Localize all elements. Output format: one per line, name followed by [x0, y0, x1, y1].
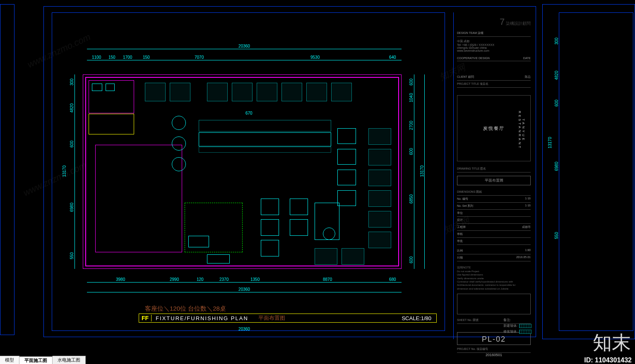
dimrow-v: 成都市	[522, 225, 531, 229]
dimensions-label: DIMENSIONS 圖紙	[457, 189, 531, 196]
drawing-scale: SCALE:1/80	[397, 315, 436, 321]
floor-plan[interactable]	[83, 74, 402, 269]
dim-line	[75, 74, 75, 269]
tab-mep[interactable]: 水电施工图	[53, 356, 86, 364]
design-team-row: DESIGN TEAM 柒構	[457, 30, 531, 37]
client-value: 陈总	[525, 75, 531, 79]
dim-right: 600	[409, 148, 414, 155]
dimrow-k: 设计	[457, 218, 463, 222]
dim-right: 13170	[420, 165, 424, 177]
dim-left: 600	[70, 141, 74, 148]
scale-v: 1:80	[525, 249, 531, 253]
note-line: Use figured dimensions	[457, 273, 531, 276]
legend-label: 新建墙体:	[503, 323, 517, 328]
asset-id: ID: 1104301432	[584, 357, 632, 364]
legend-label: 修改墙体:	[503, 329, 517, 334]
address-line: Tel: +86 / (0)28 / XXXXXXXX	[457, 43, 531, 46]
date-label: DATE	[523, 57, 531, 60]
dim-right: 1040	[409, 93, 414, 102]
legend-label: 备注:	[503, 318, 511, 322]
studio-logo: 7 柒構設計顧問	[457, 17, 531, 27]
project-name-en: TANYUE RESTANRANT	[518, 105, 525, 155]
dim-right2: 300	[554, 38, 559, 45]
dimrow-v: 1·16	[525, 204, 531, 208]
dim-bot-total: 20360	[232, 287, 257, 292]
tab-plan[interactable]: 平面施工图	[19, 356, 53, 364]
dim-bot-seg: 2990	[170, 277, 179, 282]
dim-bot-extra: 20360	[232, 327, 257, 331]
tab-model[interactable]: 模型	[0, 356, 19, 364]
project-name-box: 炭悦餐厅 TANYUE RESTANRANT	[457, 95, 531, 161]
dim-top-seg: 640	[389, 55, 396, 60]
project-number: 20160501	[457, 353, 531, 357]
note-line: Verify dimensions onsite	[457, 277, 531, 280]
title-block: 7 柒構設計顧問 DESIGN TEAM 柒構 中国.成都 Tel: +86 /…	[453, 12, 534, 339]
stamp-box	[457, 294, 531, 314]
dim-top-total: 20360	[232, 44, 257, 48]
dimrow-k: 审核	[457, 232, 463, 236]
dim-line	[87, 282, 402, 283]
notes-head: 说明NOTE	[457, 266, 531, 270]
dim-bot-seg: 120	[197, 277, 204, 282]
studio-name: 柒構設計顧問	[506, 21, 531, 26]
dim-bot-seg: 680	[389, 277, 396, 282]
dim-top-seg: 9530	[310, 55, 320, 60]
dim-right: 6850	[409, 194, 414, 204]
dimrow-k: 审批	[457, 239, 463, 243]
dim-right: 2700	[409, 121, 414, 130]
scale-k: 比例	[457, 249, 463, 253]
projno-label: PROJECT No. 项目编号	[457, 347, 488, 351]
dim-line	[87, 60, 402, 60]
dim-left: 6980	[70, 203, 74, 212]
note-line: Architectural documents .contractor is r…	[457, 283, 531, 287]
dim-line	[414, 74, 414, 269]
drawing-name-cn: 平面布置图	[253, 314, 291, 322]
dim-right2: 600	[554, 100, 559, 107]
dim-right2: 4820	[554, 71, 559, 80]
drawing-name-en: FIXTURE/FURNISHING PLAN	[152, 315, 253, 321]
address-head: 中国.成都	[457, 39, 531, 43]
dim-right: 600	[409, 256, 414, 263]
dim-top-seg: 150	[108, 55, 115, 60]
dim-bot-seg: 3980	[116, 277, 125, 282]
dimrow-k: 工程师	[457, 225, 466, 229]
dim-bot-seg: 1350	[250, 277, 260, 282]
dim-top-seg: 150	[143, 55, 150, 60]
dimrow-k: 单位	[457, 211, 463, 215]
dimrow-k: No. 编号	[457, 197, 468, 201]
dim-bot-seg: 8870	[323, 277, 332, 282]
client-label: CLIENT 顧問	[457, 75, 474, 79]
coop-label: COOPERATIVE DESIGN	[457, 57, 490, 60]
dim-top-seg: 1700	[123, 55, 132, 60]
note-line: Do not scale Project	[457, 270, 531, 273]
dim-right2: 13170	[548, 137, 552, 148]
project-name-cn: 炭悦餐厅	[483, 125, 505, 132]
date-v: 2016.05.01	[516, 256, 531, 260]
date-k: 日期	[457, 256, 463, 260]
dim-line	[87, 49, 402, 49]
drawing-title-bar: FF FIXTURE/FURNISHING PLAN 平面布置图 SCALE:1…	[139, 314, 437, 323]
note-line: Contractor shall verify/coordinated dime…	[457, 280, 531, 283]
dim-right2: 6980	[554, 162, 559, 171]
dim-top-seg: 7070	[195, 55, 204, 60]
project-title-label: PROJECT TITLE 项目名	[457, 81, 531, 88]
drawing-title-value: 平面布置圖	[457, 176, 531, 185]
dim-left: 550	[70, 252, 74, 259]
dim-line	[87, 292, 402, 292]
dimrow-k: No. Set 系列	[457, 204, 473, 208]
dim-line	[424, 74, 425, 269]
seating-count-label: 客座位＼120位 台位数＼28桌	[145, 305, 226, 313]
legend-box: 备注: 新建墙体: 修改墙体:	[503, 316, 532, 335]
dimrow-v: 1·16	[525, 197, 531, 201]
notes-block: 说明NOTE Do not scale Project Use figured …	[457, 266, 531, 290]
dim-top-seg: 1100	[92, 55, 101, 60]
sheet-number: PL-02	[457, 335, 530, 344]
address-line: www.sevenstructure.com	[457, 49, 531, 52]
drawing-code: FF	[139, 315, 152, 321]
dim-left: 300	[70, 79, 74, 86]
note-line: dimension and tolerance subsidized on Jo…	[457, 287, 531, 290]
legend-swatch	[519, 324, 532, 328]
adjacent-sheet-right-inner: 300 4820 600 13170 6980 550	[559, 12, 633, 331]
dim-left: 4820	[70, 103, 74, 113]
legend-swatch	[519, 330, 532, 334]
